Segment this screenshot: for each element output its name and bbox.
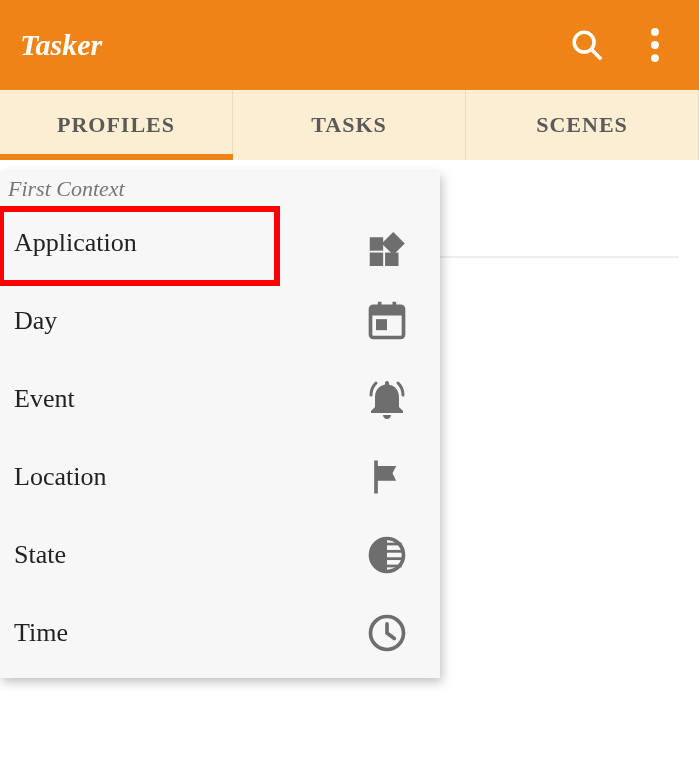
menu-item-state[interactable]: State [0,516,440,594]
app-header: Tasker [0,0,699,90]
svg-point-2 [651,28,659,36]
contrast-icon [362,530,412,580]
menu-item-event[interactable]: Event [0,360,440,438]
menu-item-label: Application [14,228,137,258]
content-area: First Context Application Day [0,160,699,763]
svg-rect-6 [370,253,383,266]
tab-profiles[interactable]: PROFILES [0,90,233,160]
svg-line-1 [591,49,601,59]
menu-title: First Context [0,172,440,204]
apps-icon [362,218,412,268]
menu-item-time[interactable]: Time [0,594,440,672]
menu-item-label: Time [14,618,68,648]
svg-rect-11 [376,319,387,330]
svg-rect-5 [370,237,383,250]
svg-point-0 [574,32,594,52]
clock-icon [362,608,412,658]
menu-item-application[interactable]: Application [0,204,440,282]
menu-item-label: Location [14,462,106,492]
menu-item-label: Event [14,384,75,414]
menu-item-day[interactable]: Day [0,282,440,360]
calendar-icon [362,296,412,346]
svg-point-4 [651,54,659,62]
more-icon[interactable] [631,21,679,69]
svg-rect-12 [378,302,382,309]
divider [440,256,679,258]
app-title: Tasker [20,28,543,62]
svg-rect-7 [385,253,398,266]
tab-tasks[interactable]: TASKS [233,90,466,160]
svg-rect-8 [382,232,405,255]
tab-bar: PROFILES TASKS SCENES [0,90,699,160]
menu-item-label: Day [14,306,57,336]
tab-scenes[interactable]: SCENES [466,90,699,160]
menu-item-location[interactable]: Location [0,438,440,516]
svg-point-3 [651,41,659,49]
flag-icon [362,452,412,502]
search-icon[interactable] [563,21,611,69]
bell-icon [362,374,412,424]
svg-rect-10 [371,306,404,315]
menu-item-label: State [14,540,66,570]
context-menu: First Context Application Day [0,172,440,678]
svg-rect-13 [393,302,397,309]
